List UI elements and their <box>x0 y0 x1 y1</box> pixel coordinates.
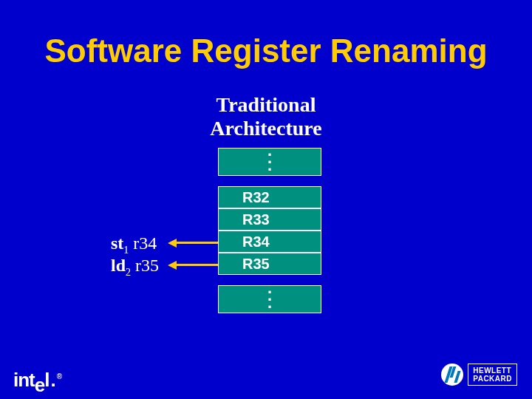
register-cell-r34: R34 <box>218 231 321 253</box>
vertical-ellipsis-icon: ... <box>267 284 272 307</box>
hp-wordmark: HEWLETT PACKARD <box>468 364 517 386</box>
slide: Software Register Renaming Traditional A… <box>0 0 532 399</box>
register-cell-r32: R32 <box>218 186 321 208</box>
hp-line-2: PACKARD <box>473 375 512 383</box>
arrow-head-icon <box>168 261 177 270</box>
vertical-ellipsis-icon: ... <box>267 147 272 169</box>
register-file: ... R32 R33 R34 R35 ... <box>218 148 321 313</box>
subtitle-line-2: Architecture <box>210 117 321 140</box>
hp-logo: HEWLETT PACKARD <box>441 364 517 386</box>
arrow-head-icon <box>168 239 177 248</box>
register-cell-r35: R35 <box>218 253 321 275</box>
register-cell-r33: R33 <box>218 208 321 231</box>
instruction-op: st <box>111 233 123 253</box>
instruction-st1: st1 r34 <box>111 233 157 256</box>
intel-logo: intel.® <box>13 369 61 392</box>
instruction-op: ld <box>111 256 126 275</box>
arrow-r35-to-ld2 <box>177 264 218 266</box>
instruction-reg: r35 <box>131 256 159 275</box>
page-title: Software Register Renaming <box>0 33 532 69</box>
register-file-top-ellipsis: ... <box>218 148 321 176</box>
instruction-reg: r34 <box>129 233 157 253</box>
arrow-r34-to-st1 <box>177 242 218 244</box>
hp-line-1: HEWLETT <box>473 366 512 375</box>
instruction-ld2: ld2 r35 <box>111 256 159 279</box>
instruction-subscript: 2 <box>126 267 131 278</box>
register-file-bottom-ellipsis: ... <box>218 285 321 313</box>
subtitle-line-1: Traditional <box>216 93 316 116</box>
subtitle: Traditional Architecture <box>0 93 532 140</box>
hp-roundel-icon <box>441 364 463 386</box>
